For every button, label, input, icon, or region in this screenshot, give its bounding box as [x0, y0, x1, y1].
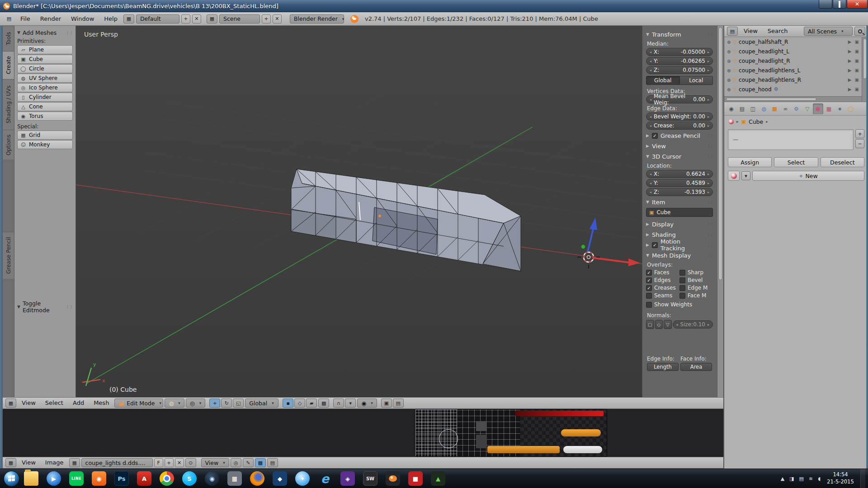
median-x-field[interactable]: X:-0.05000: [646, 48, 713, 56]
selectable-icon[interactable]: ▶: [848, 58, 852, 63]
tab-shading-uvs[interactable]: Shading / UVs: [3, 79, 14, 130]
image-add-button[interactable]: +: [165, 458, 174, 467]
media-player-icon[interactable]: ▶: [47, 471, 61, 486]
selectable-icon[interactable]: ▶: [848, 77, 852, 82]
menu-render[interactable]: Render: [36, 13, 65, 25]
explorer-icon[interactable]: [24, 471, 38, 486]
tab-tools[interactable]: Tools: [3, 26, 14, 51]
tab-material[interactable]: ●: [813, 103, 823, 114]
outliner-hscrollbar[interactable]: [724, 96, 862, 102]
motion-tracking-checkbox[interactable]: [652, 242, 658, 248]
skype-icon[interactable]: S: [182, 471, 197, 486]
tab-texture[interactable]: ▦: [824, 103, 834, 114]
renderable-icon[interactable]: ▣: [855, 68, 859, 73]
rotate-manipulator-toggle[interactable]: ↻: [221, 399, 232, 408]
tab-physics[interactable]: ◯: [845, 103, 856, 114]
scrollbar-thumb[interactable]: [726, 98, 816, 101]
vertex-select-toggle[interactable]: ▪: [283, 399, 293, 408]
gray-app-icon[interactable]: ▦: [227, 471, 242, 486]
loop-normals-toggle[interactable]: ◇: [655, 320, 663, 329]
mean-bevel-weight-field[interactable]: Mean Bevel Weig:0.00: [646, 95, 713, 103]
viewport-menu-select[interactable]: Select: [41, 397, 67, 409]
median-y-field[interactable]: Y:-0.06265: [646, 57, 713, 65]
show-desktop-button[interactable]: [860, 469, 865, 488]
tab-render[interactable]: ◉: [726, 103, 736, 114]
tab-constraints[interactable]: ∞: [780, 103, 791, 114]
green-app-icon[interactable]: ▲: [431, 471, 445, 486]
selectable-icon[interactable]: ▶: [848, 68, 852, 73]
info-editor-icon[interactable]: ▤: [4, 14, 14, 23]
screen-delete-button[interactable]: ✕: [192, 14, 201, 23]
outliner-item[interactable]: coupe_headlight_R▶▣: [724, 56, 862, 66]
outliner-item[interactable]: coupe_headlightlens_L▶▣: [724, 66, 862, 75]
scrollbar-thumb[interactable]: [718, 27, 722, 280]
tab-object-data[interactable]: ▽: [802, 103, 812, 114]
expand-icon[interactable]: [727, 86, 731, 93]
translate-manipulator-toggle[interactable]: +: [209, 399, 220, 408]
face-area-toggle[interactable]: Area: [680, 363, 712, 371]
transform-orientation-selector[interactable]: Global: [245, 399, 278, 408]
navy-app-icon[interactable]: ◆: [273, 471, 287, 486]
cursor-x-field[interactable]: X:0.6624: [646, 170, 713, 178]
display-panel-header[interactable]: Display⋮⋮: [646, 220, 713, 229]
outliner-menu-view[interactable]: View: [740, 25, 762, 38]
tab-render-layers[interactable]: ▤: [737, 103, 747, 114]
add-monkey-button[interactable]: ☺Monkey: [17, 140, 73, 149]
bevel-weight-field[interactable]: Bevel Weight:0.00: [646, 113, 713, 121]
tab-object[interactable]: ■: [769, 103, 780, 114]
safari-icon[interactable]: ✦: [295, 471, 310, 486]
add-uv-sphere-button[interactable]: ◍UV Sphere: [17, 74, 73, 83]
transform-panel-header[interactable]: Transform⋮⋮: [646, 30, 713, 39]
expand-icon[interactable]: [727, 67, 731, 74]
line-app-icon[interactable]: LINE: [69, 471, 84, 486]
outliner-filter-selector[interactable]: All Scenes: [804, 27, 853, 36]
uv-pivot-icon[interactable]: ◎: [231, 458, 241, 467]
active-vertex[interactable]: [378, 215, 381, 217]
acrobat-icon[interactable]: A: [137, 471, 151, 486]
remove-slot-button[interactable]: −: [855, 139, 864, 148]
median-z-field[interactable]: Z:0.07500: [646, 66, 713, 74]
transform-manipulator[interactable]: [581, 217, 641, 266]
renderable-icon[interactable]: ▣: [855, 39, 859, 44]
add-plane-button[interactable]: ▱Plane: [17, 45, 73, 54]
mesh-display-panel-header[interactable]: Mesh Display⋮⋮: [646, 251, 713, 260]
add-cylinder-button[interactable]: ▯Cylinder: [17, 93, 73, 102]
grease-pencil-checkbox[interactable]: [652, 133, 658, 139]
tray-expand-icon[interactable]: ▲: [781, 476, 784, 482]
renderable-icon[interactable]: ▣: [855, 58, 859, 63]
search-icon[interactable]: [854, 27, 865, 36]
fake-user-button[interactable]: F: [154, 458, 163, 467]
show-weights-checkbox[interactable]: Show Weights: [646, 301, 713, 308]
renderable-icon[interactable]: ▣: [855, 49, 859, 54]
cursor-y-field[interactable]: Y:0.4589: [646, 179, 713, 187]
chrome-icon[interactable]: [160, 471, 174, 486]
global-button[interactable]: Global: [646, 76, 680, 85]
shading-panel-header[interactable]: Shading⋮⋮: [646, 230, 713, 239]
tab-particles[interactable]: ∗: [835, 103, 845, 114]
window-titlebar[interactable]: Blender* [C:\Users\Jesper\Documents\Beam…: [0, 0, 868, 12]
mesh-object[interactable]: [291, 169, 521, 271]
image-browse-icon[interactable]: ▦: [69, 458, 80, 467]
red-app-icon[interactable]: ■: [408, 471, 423, 486]
select-button[interactable]: Select: [774, 157, 818, 167]
expand-icon[interactable]: [727, 77, 731, 83]
crease-field[interactable]: Crease:0.00: [646, 122, 713, 130]
bevel-checkbox[interactable]: Bevel: [679, 277, 713, 283]
uv-menu-view[interactable]: View: [18, 456, 40, 469]
viewport-editor-type-icon[interactable]: ▦: [5, 399, 16, 408]
view-panel-header[interactable]: View⋮⋮: [646, 141, 713, 150]
opengl-render-anim-button[interactable]: ▤: [393, 399, 404, 408]
edges-checkbox[interactable]: Edges: [646, 277, 679, 283]
normals-size-field[interactable]: Size:0.10: [673, 320, 713, 328]
creases-checkbox[interactable]: Creases: [646, 285, 679, 291]
uv-menu-image[interactable]: Image: [41, 456, 68, 469]
panel-drag-icon[interactable]: ⋮⋮: [66, 30, 73, 35]
minimize-button[interactable]: [819, 0, 832, 9]
outliner-item[interactable]: coupe_halfshaft_R▶▣: [724, 37, 862, 47]
selectable-icon[interactable]: ▶: [848, 87, 852, 92]
tab-grease-pencil[interactable]: Grease Pencil: [3, 232, 14, 279]
internet-explorer-icon[interactable]: e: [318, 471, 332, 486]
add-torus-button[interactable]: ◉Torus: [17, 112, 73, 121]
screen-browse-icon[interactable]: ▦: [123, 14, 134, 23]
uv-image-editor[interactable]: [3, 409, 723, 457]
